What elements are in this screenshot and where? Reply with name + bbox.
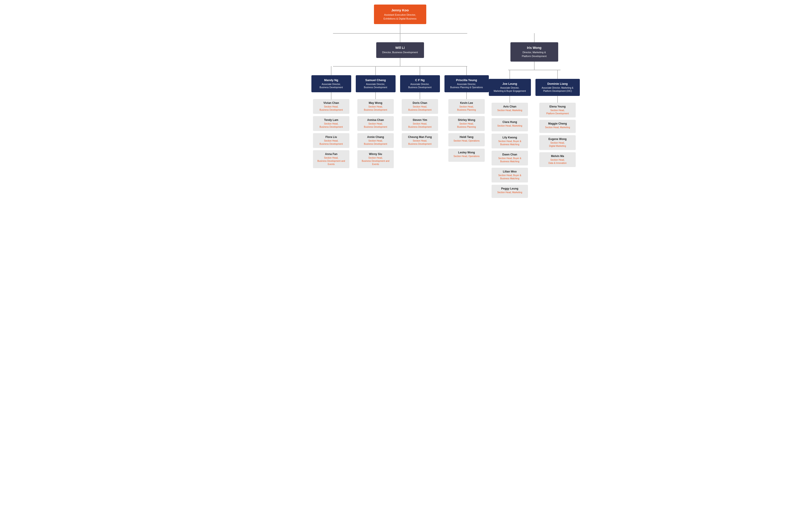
mandy-ng-node: Mandy Ng Associate Director,Business Dev… bbox=[311, 75, 351, 92]
samuel-cheng-sections: May Wong Section Head,Business Developme… bbox=[357, 99, 394, 168]
iris-wong-branch: Iris Wong Director, Marketing &Platform … bbox=[489, 33, 580, 198]
iris-wong-title: Director, Marketing &Platform Developmen… bbox=[515, 51, 554, 58]
joe-leung-branch: Joe Leung Associate Director,Marketing &… bbox=[489, 70, 531, 198]
eugene-wong-node: Eugene Wong Section Head,Digital Marketi… bbox=[539, 135, 576, 150]
avis-chan-node: Avis Chan Section Head, Marketing bbox=[492, 103, 528, 116]
priscilla-yeung-node: Priscilla Yeung Associate Director,Busin… bbox=[444, 75, 489, 92]
lilian-woo-node: Lilian Woo Section Head, Buyer &Business… bbox=[492, 168, 528, 183]
cf-ng-branch: C F Ng Associate Director,Business Devel… bbox=[400, 66, 440, 148]
iris-assocs-section: Joe Leung Associate Director,Marketing &… bbox=[489, 70, 580, 198]
cf-ng-node: C F Ng Associate Director,Business Devel… bbox=[400, 75, 440, 92]
lily-kwong-node: Lily Kwong Section Head, Buyer &Business… bbox=[492, 134, 528, 148]
joe-leung-name: Joe Leung bbox=[492, 82, 528, 86]
joe-leung-sections: Avis Chan Section Head, Marketing Clara … bbox=[492, 103, 528, 198]
lesley-wong-node: Lesley Wong Section Head, Operations bbox=[448, 149, 485, 162]
root-name: Jenny Koo bbox=[379, 8, 421, 12]
will-vline bbox=[400, 33, 400, 42]
dominie-liang-name: Dominie Liang bbox=[538, 82, 577, 86]
directors-section: Will Li Director, Business Development bbox=[311, 33, 489, 198]
priscilla-yeung-branch: Priscilla Yeung Associate Director,Busin… bbox=[444, 66, 489, 162]
priscilla-yeung-title: Associate Director,Business Planning & O… bbox=[447, 83, 486, 89]
dominie-liang-node: Dominie Liang Associate Director, Market… bbox=[535, 79, 580, 96]
mandy-ng-branch: Mandy Ng Associate Director,Business Dev… bbox=[311, 66, 351, 168]
shirley-wong-node: Shirley Wong Section Head,Business Plann… bbox=[448, 116, 485, 131]
melvin-ma-node: Melvin Ma Section Head,Data & Innovation bbox=[539, 152, 576, 167]
peggy-leung-node: Peggy Leung Section Head, Marketing bbox=[492, 185, 528, 198]
will-assocs-row: Mandy Ng Associate Director,Business Dev… bbox=[311, 66, 489, 168]
clara-hung-node: Clara Hung Section Head, Marketing bbox=[492, 118, 528, 131]
winny-siu-node: Winny Siu Section Head,Business Developm… bbox=[357, 150, 394, 168]
priscilla-yeung-name: Priscilla Yeung bbox=[447, 78, 486, 82]
will-assocs-section: Mandy Ng Associate Director,Business Dev… bbox=[311, 66, 489, 168]
will-li-node: Will Li Director, Business Development bbox=[376, 42, 424, 58]
will-li-branch: Will Li Director, Business Development bbox=[311, 33, 489, 168]
heidi-tang-node: Heidi Tang Section Head, Operations bbox=[448, 133, 485, 146]
may-wong-node: May Wong Section Head,Business Developme… bbox=[357, 99, 394, 114]
iris-wong-node: Iris Wong Director, Marketing &Platform … bbox=[510, 42, 558, 62]
maggie-cheng-node: Maggie Cheng Section Head, Marketing bbox=[539, 120, 576, 133]
vivian-chan-node: Vivian Chan Section Head,Business Develo… bbox=[313, 99, 349, 114]
samuel-cheng-name: Samuel Cheng bbox=[359, 78, 393, 82]
cf-ng-name: C F Ng bbox=[403, 78, 437, 82]
mandy-ng-sections-wrap: Vivian Chan Section Head,Business Develo… bbox=[313, 99, 349, 168]
will-li-title: Director, Business Development bbox=[381, 51, 419, 54]
directors-hline bbox=[333, 33, 467, 34]
dawn-chan-node: Dawn Chan Section Head, Buyer &Business … bbox=[492, 151, 528, 166]
cf-ng-title: Associate Director,Business Development bbox=[403, 83, 437, 89]
flora-liu-node: Flora Liu Section Head,Business Developm… bbox=[313, 133, 349, 148]
dominie-liang-title: Associate Director, Marketing &Platform … bbox=[538, 87, 577, 93]
priscilla-yeung-sections: Kevin Lee Section Head,Business Planning… bbox=[448, 99, 485, 162]
mandy-ng-sections: Vivian Chan Section Head,Business Develo… bbox=[313, 99, 349, 168]
samuel-cheng-branch: Samuel Cheng Associate Director,Business… bbox=[356, 66, 396, 168]
mandy-ng-name: Mandy Ng bbox=[314, 78, 348, 82]
steven-yim-node: Steven Yim Section Head,Business Develop… bbox=[402, 116, 438, 131]
directors-row: Will Li Director, Business Development bbox=[311, 33, 489, 198]
org-chart: Jenny Koo Assistant Executive Director,E… bbox=[4, 4, 796, 198]
samuel-cheng-title: Associate Director,Business Development bbox=[359, 83, 393, 89]
cheung-man-fung-node: Cheung Man Fung Section Head,Business De… bbox=[402, 133, 438, 148]
iris-assocs-hline bbox=[508, 70, 561, 70]
joe-leung-title: Associate Director,Marketing & Buyer Eng… bbox=[492, 87, 528, 93]
samuel-cheng-node: Samuel Cheng Associate Director,Business… bbox=[356, 75, 396, 92]
iris-wong-name: Iris Wong bbox=[515, 46, 554, 50]
cf-ng-sections: Doris Chan Section Head,Business Develop… bbox=[402, 99, 438, 148]
doris-chan-node: Doris Chan Section Head,Business Develop… bbox=[402, 99, 438, 114]
iris-assocs-row: Joe Leung Associate Director,Marketing &… bbox=[489, 70, 580, 198]
mandy-ng-title: Associate Director,Business Development bbox=[314, 83, 348, 89]
will-assocs-hline bbox=[333, 66, 467, 66]
annisa-chan-node: Annisa Chan Section Head,Business Develo… bbox=[357, 116, 394, 131]
joe-leung-node: Joe Leung Associate Director,Marketing &… bbox=[489, 79, 531, 96]
root-vline bbox=[400, 24, 400, 33]
root-node: Jenny Koo Assistant Executive Director,E… bbox=[374, 4, 426, 24]
dominie-liang-branch: Dominie Liang Associate Director, Market… bbox=[535, 70, 580, 167]
tendy-lam-node: Tendy Lam Section Head,Business Developm… bbox=[313, 116, 349, 131]
elena-yeung-node: Elena Yeung Section Head,Platform Develo… bbox=[539, 103, 576, 117]
kevin-lee-node: Kevin Lee Section Head,Business Planning bbox=[448, 99, 485, 114]
annie-chang-node: Annie Chang Section Head,Business Develo… bbox=[357, 133, 394, 148]
will-li-name: Will Li bbox=[381, 46, 419, 50]
root-title: Assistant Executive Director,Exhibitions… bbox=[379, 13, 421, 20]
dominie-liang-sections: Elena Yeung Section Head,Platform Develo… bbox=[539, 103, 576, 167]
anna-fan-node: Anna Fan Section Head,Business Developme… bbox=[313, 150, 349, 168]
